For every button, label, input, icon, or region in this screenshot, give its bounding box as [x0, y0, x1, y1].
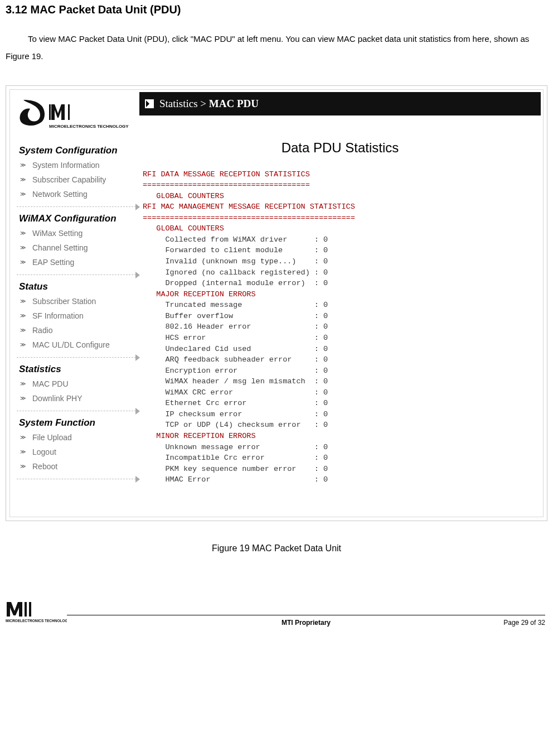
- intro-text: To view MAC Packet Data Unit (PDU), clic…: [6, 31, 547, 65]
- menu-item-label: Network Setting: [32, 190, 88, 199]
- svg-text:MICROELECTRONICS TECHNOLOGY IN: MICROELECTRONICS TECHNOLOGY INC.: [6, 619, 67, 623]
- chevron-right-icon: ≫: [20, 176, 26, 182]
- menu-item[interactable]: ≫System Information: [12, 158, 139, 172]
- menu-item-label: Radio: [32, 326, 53, 335]
- menu-group-title: Status: [12, 277, 139, 294]
- menu-item[interactable]: ≫SF Information: [12, 309, 139, 323]
- menu-item[interactable]: ≫EAP Setting: [12, 255, 139, 269]
- chevron-right-icon: ≫: [20, 449, 26, 455]
- svg-text:MICROELECTRONICS TECHNOLOGY IN: MICROELECTRONICS TECHNOLOGY INC.: [49, 124, 129, 129]
- stats-block: RFI DATA MESSAGE RECEPTION STATISTICS ==…: [139, 169, 541, 514]
- menu-item[interactable]: ≫File Upload: [12, 430, 139, 445]
- breadcrumb-text: Statistics > MAC PDU: [159, 98, 259, 110]
- footer-logo: MICROELECTRONICS TECHNOLOGY INC.: [6, 600, 67, 625]
- menu-item[interactable]: ≫Subscriber Capability: [12, 172, 139, 187]
- breadcrumb-bar: Statistics > MAC PDU: [139, 92, 541, 115]
- chevron-right-icon: ≫: [20, 244, 26, 251]
- svg-rect-4: [29, 602, 31, 617]
- menu-divider: [17, 357, 136, 358]
- content-heading: Data PDU Statistics: [139, 140, 541, 156]
- menu-item-label: Downlink PHY: [32, 394, 82, 403]
- chevron-right-icon: ≫: [20, 327, 26, 333]
- page-footer: MICROELECTRONICS TECHNOLOGY INC. MTI Pro…: [67, 615, 545, 639]
- menu-divider: [17, 479, 136, 479]
- menu-item[interactable]: ≫MAC UL/DL Configure: [12, 338, 139, 352]
- menu-item-label: MAC PDU: [32, 379, 69, 388]
- menu-item[interactable]: ≫Channel Setting: [12, 240, 139, 255]
- menu-item[interactable]: ≫Radio: [12, 323, 139, 338]
- menu-group-title: System Function: [12, 413, 139, 430]
- menu-item[interactable]: ≫Reboot: [12, 459, 139, 474]
- menu-item[interactable]: ≫Logout: [12, 445, 139, 459]
- footer-page-number: Page 29 of 32: [503, 619, 545, 627]
- menu-item-label: Logout: [32, 447, 56, 456]
- menu-item-label: SF Information: [32, 311, 84, 320]
- screenshot-frame: MICROELECTRONICS TECHNOLOGY INC. System …: [6, 85, 547, 521]
- chevron-right-icon: ≫: [20, 434, 26, 440]
- svg-rect-3: [25, 602, 27, 617]
- menu-item-label: WiMax Setting: [32, 229, 83, 238]
- svg-rect-0: [49, 104, 51, 120]
- menu-item-label: Channel Setting: [32, 243, 88, 252]
- chevron-right-icon: ≫: [20, 381, 26, 387]
- section-heading: 3.12 MAC Packet Data Unit (PDU): [6, 3, 547, 16]
- breadcrumb-icon: [145, 99, 154, 108]
- menu-item-label: EAP Setting: [32, 258, 74, 267]
- chevron-right-icon: ≫: [20, 162, 26, 168]
- menu-item[interactable]: ≫Subscriber Station: [12, 294, 139, 309]
- menu-group-title: WiMAX Configuration: [12, 209, 139, 226]
- chevron-right-icon: ≫: [20, 312, 26, 319]
- chevron-right-icon: ≫: [20, 463, 26, 469]
- content-pane: Statistics > MAC PDU Data PDU Statistics…: [139, 92, 541, 514]
- figure-caption: Figure 19 MAC Packet Data Unit: [6, 543, 547, 553]
- menu-item[interactable]: ≫Downlink PHY: [12, 391, 139, 406]
- chevron-right-icon: ≫: [20, 191, 26, 197]
- menu-divider: [17, 206, 136, 207]
- footer-proprietary: MTI Proprietary: [282, 619, 331, 627]
- chevron-right-icon: ≫: [20, 259, 26, 265]
- svg-rect-1: [68, 104, 70, 120]
- chevron-right-icon: ≫: [20, 341, 26, 348]
- sidebar: MICROELECTRONICS TECHNOLOGY INC. System …: [12, 92, 139, 514]
- menu-group-title: System Configuration: [12, 141, 139, 158]
- chevron-right-icon: ≫: [20, 230, 26, 236]
- menu-item-label: Subscriber Station: [32, 297, 96, 306]
- menu-item-label: MAC UL/DL Configure: [32, 340, 110, 349]
- menu-item[interactable]: ≫MAC PDU: [12, 377, 139, 391]
- menu-item-label: System Information: [32, 161, 100, 170]
- menu-item-label: File Upload: [32, 433, 72, 442]
- menu-divider: [17, 275, 136, 275]
- chevron-right-icon: ≫: [20, 395, 26, 401]
- menu-group-title: Statistics: [12, 360, 139, 377]
- menu-item-label: Reboot: [32, 462, 57, 471]
- brand-logo: MICROELECTRONICS TECHNOLOGY INC.: [12, 94, 139, 141]
- menu-item[interactable]: ≫WiMax Setting: [12, 226, 139, 240]
- menu-item-label: Subscriber Capability: [32, 175, 106, 184]
- chevron-right-icon: ≫: [20, 298, 26, 304]
- menu-divider: [17, 411, 136, 411]
- menu-item[interactable]: ≫Network Setting: [12, 187, 139, 201]
